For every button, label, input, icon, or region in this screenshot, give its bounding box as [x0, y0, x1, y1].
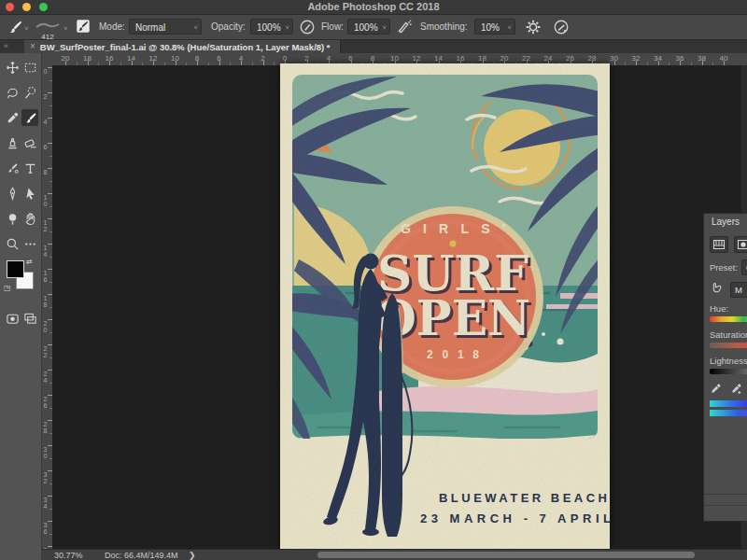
foreground-color-swatch[interactable] — [7, 260, 24, 278]
move-tool[interactable] — [4, 59, 21, 76]
pen-tool[interactable] — [4, 185, 21, 202]
brush-settings-panel-icon[interactable] — [75, 18, 92, 35]
default-colors-icon[interactable]: ◳ — [4, 284, 11, 292]
hue-spectrum-bar-top — [710, 400, 747, 407]
hue-slider[interactable] — [710, 316, 747, 322]
opacity-label: Opacity: — [211, 21, 246, 32]
hand-tool[interactable] — [21, 210, 38, 227]
flow-select[interactable]: 100%˅ — [347, 19, 390, 35]
chevron-down-icon: ˅ — [63, 24, 68, 33]
edit-toolbar-icon[interactable] — [21, 235, 38, 252]
document-tab[interactable]: × BW_SurfPoster_final-1.ai @ 30.8% (Hue/… — [24, 40, 341, 53]
eyedropper-sample-icon[interactable] — [710, 382, 722, 399]
tab-layers[interactable]: Layers — [704, 214, 747, 231]
brush-size-picker[interactable]: 412 — [34, 17, 62, 37]
screen-mode-button[interactable] — [21, 310, 38, 327]
gear-icon[interactable] — [525, 19, 542, 35]
status-bar: 30.77% Doc: 66.4M/149.4M ❯ — [41, 549, 747, 560]
document-canvas[interactable]: GIRLS' SURF SURF OPEN OPEN 2018 — [280, 63, 610, 549]
preset-select[interactable]: C — [741, 259, 747, 275]
smoothing-pressure-icon[interactable] — [553, 19, 570, 35]
marquee-tool[interactable] — [21, 59, 38, 76]
mixer-brush-tool[interactable] — [4, 160, 21, 176]
quick-mask-button[interactable] — [4, 310, 21, 327]
preset-label: Preset: — [710, 262, 738, 273]
hue-spectrum-bar-bottom — [710, 410, 747, 416]
swap-colors-icon[interactable]: ⇄ — [26, 258, 33, 266]
dodge-tool[interactable] — [4, 210, 21, 227]
eyedropper-tool[interactable] — [4, 109, 21, 126]
properties-panel: Layers P Preset: C M Hue: Saturation: Li… — [703, 213, 747, 522]
close-tab-icon[interactable]: × — [30, 42, 35, 51]
panel-divider — [704, 505, 747, 506]
options-bar: ˅ 412 ˅ Mode: Normal˅ Opacity: 100%˅ Flo… — [0, 15, 747, 40]
mode-label: Mode: — [99, 21, 125, 32]
smoothing-label: Smoothing: — [420, 21, 468, 32]
targeted-adjustment-icon[interactable] — [710, 281, 723, 298]
lightness-slider[interactable] — [710, 369, 747, 374]
brush-tool-preset-icon[interactable] — [7, 19, 23, 35]
mode-select[interactable]: Normal˅ — [129, 19, 202, 35]
doc-size: Doc: 66.4M/149.4M — [105, 551, 178, 560]
eraser-tool[interactable] — [21, 134, 38, 151]
chevron-down-icon: ˅ — [24, 24, 29, 33]
flow-label: Flow: — [321, 21, 344, 32]
title-bar: Adobe Photoshop CC 2018 — [0, 0, 747, 15]
zoom-level[interactable]: 30.77% — [54, 551, 83, 560]
status-chevron-icon[interactable]: ❯ — [189, 551, 196, 560]
lasso-tool[interactable] — [4, 84, 21, 101]
path-select-tool[interactable] — [21, 185, 38, 202]
collapse-tabs-icon[interactable]: « — [4, 41, 8, 50]
saturation-slider[interactable] — [710, 343, 747, 348]
channel-select[interactable]: M — [730, 282, 747, 298]
eyedropper-add-icon[interactable] — [730, 382, 742, 399]
hue-label: Hue: — [710, 303, 728, 314]
window-title: Adobe Photoshop CC 2018 — [0, 1, 747, 12]
document-tab-bar: « × BW_SurfPoster_final-1.ai @ 30.8% (Hu… — [0, 40, 747, 53]
smoothing-select[interactable]: 10%˅ — [474, 19, 515, 35]
airbrush-icon[interactable] — [396, 19, 413, 35]
opacity-select[interactable]: 100%˅ — [250, 19, 293, 35]
brush-tool[interactable] — [21, 109, 38, 126]
quick-select-tool[interactable] — [21, 84, 38, 101]
opacity-pressure-icon[interactable] — [299, 19, 316, 35]
photoshop-window: Adobe Photoshop CC 2018 ˅ 412 ˅ Mode: No… — [0, 0, 747, 560]
saturation-label: Saturation: — [710, 329, 747, 340]
adjustment-icon[interactable] — [710, 236, 728, 253]
panel-tab-bar: Layers P — [704, 214, 747, 231]
mask-icon[interactable] — [734, 236, 747, 253]
zoom-tool[interactable] — [4, 235, 21, 252]
surf-poster-artwork: GIRLS' SURF SURF OPEN OPEN 2018 — [280, 63, 610, 549]
document-tab-title: BW_SurfPoster_final-1.ai @ 30.8% (Hue/Sa… — [40, 42, 331, 52]
type-tool[interactable] — [21, 160, 38, 176]
clone-stamp-tool[interactable] — [4, 134, 21, 151]
panel-divider — [704, 494, 747, 495]
horizontal-scrollbar-thumb[interactable] — [317, 552, 695, 558]
tools-panel: ⇄ ◳ — [0, 53, 42, 560]
lightness-label: Lightness: — [710, 356, 747, 366]
